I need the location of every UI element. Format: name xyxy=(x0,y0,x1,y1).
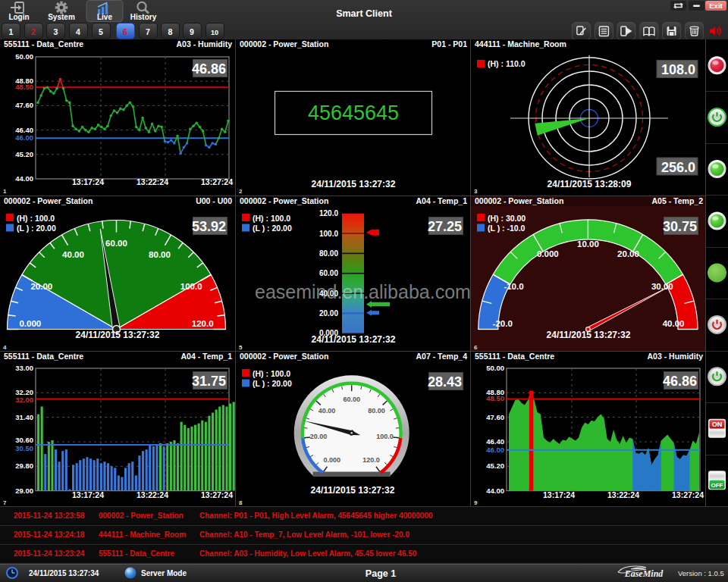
svg-text:28.43: 28.43 xyxy=(428,374,462,390)
svg-text:20.00: 20.00 xyxy=(617,249,639,258)
svg-text:45645645: 45645645 xyxy=(308,102,399,124)
svg-text:13:27:24: 13:27:24 xyxy=(672,490,704,499)
svg-text:100.0: 100.0 xyxy=(319,230,338,238)
svg-text:-10.0: -10.0 xyxy=(504,282,523,291)
svg-text:120.0: 120.0 xyxy=(362,456,380,464)
svg-text:Version : 1.0.5: Version : 1.0.5 xyxy=(678,569,724,577)
svg-text:27.25: 27.25 xyxy=(428,219,462,234)
svg-text:(L ) : 20.00: (L ) : 20.00 xyxy=(253,224,292,233)
svg-text:29.00: 29.00 xyxy=(15,487,33,495)
svg-text:24/11/2015 13:27:34: 24/11/2015 13:27:34 xyxy=(29,569,99,577)
svg-text:6: 6 xyxy=(474,344,478,351)
svg-text:(H) : 30.00: (H) : 30.00 xyxy=(488,214,526,223)
svg-text:13:17:24: 13:17:24 xyxy=(72,177,104,186)
svg-text:44.00: 44.00 xyxy=(15,174,33,183)
svg-text:46.86: 46.86 xyxy=(663,374,697,389)
svg-text:1: 1 xyxy=(3,188,7,195)
svg-text:(H) : 100.0: (H) : 100.0 xyxy=(253,369,290,378)
svg-text:20.00: 20.00 xyxy=(30,282,52,291)
svg-text:120.0: 120.0 xyxy=(319,209,338,217)
svg-text:31.40: 31.40 xyxy=(15,413,33,421)
svg-text:(H) : 100.0: (H) : 100.0 xyxy=(17,214,55,223)
svg-text:9: 9 xyxy=(474,499,478,506)
svg-text:31.75: 31.75 xyxy=(192,374,226,389)
svg-text:13:17:24: 13:17:24 xyxy=(543,490,575,499)
svg-text:OFF: OFF xyxy=(711,482,723,489)
svg-text:Exit: Exit xyxy=(709,2,723,10)
svg-text:13:22:24: 13:22:24 xyxy=(607,490,639,499)
svg-text:24/11/2015 13:27:32: 24/11/2015 13:27:32 xyxy=(311,485,395,496)
svg-text:53.92: 53.92 xyxy=(192,219,226,234)
svg-text:32.00: 32.00 xyxy=(15,396,33,404)
svg-text:20.00: 20.00 xyxy=(310,433,328,440)
svg-text:40.00: 40.00 xyxy=(663,319,685,328)
svg-text:47.60: 47.60 xyxy=(15,101,33,109)
svg-text:46.40: 46.40 xyxy=(486,437,504,446)
svg-text:24/11/2015 13:27:32: 24/11/2015 13:27:32 xyxy=(312,334,396,345)
svg-text:50.00: 50.00 xyxy=(15,52,33,61)
svg-text:(L ) : 20.00: (L ) : 20.00 xyxy=(253,379,292,388)
svg-text:(L ) : 20.00: (L ) : 20.00 xyxy=(17,224,56,233)
svg-text:48.50: 48.50 xyxy=(486,394,504,402)
svg-text:(H) : 110.0: (H) : 110.0 xyxy=(488,59,526,68)
svg-text:40.00: 40.00 xyxy=(318,407,336,415)
svg-text:8: 8 xyxy=(239,499,243,506)
svg-text:13:27:24: 13:27:24 xyxy=(201,490,233,499)
svg-text:0.000: 0.000 xyxy=(19,319,41,328)
svg-text:7: 7 xyxy=(3,499,7,506)
svg-text:Server Mode: Server Mode xyxy=(141,569,187,577)
svg-text:13:27:24: 13:27:24 xyxy=(201,177,233,186)
svg-text:2: 2 xyxy=(239,188,243,195)
svg-text:0.000: 0.000 xyxy=(537,249,559,258)
svg-text:80.00: 80.00 xyxy=(368,407,385,415)
svg-text:EaseMind: EaseMind xyxy=(624,568,664,579)
svg-text:80.00: 80.00 xyxy=(149,250,171,259)
svg-text:13:22:24: 13:22:24 xyxy=(136,177,168,186)
svg-text:60.00: 60.00 xyxy=(319,269,338,277)
svg-text:29.80: 29.80 xyxy=(15,462,33,470)
svg-text:20.00: 20.00 xyxy=(319,309,338,318)
svg-text:24/11/2015 13:28:09: 24/11/2015 13:28:09 xyxy=(548,179,632,189)
svg-text:(L ) : -10.0: (L ) : -10.0 xyxy=(488,224,526,233)
svg-text:45.20: 45.20 xyxy=(486,462,504,470)
svg-text:ON: ON xyxy=(712,421,723,428)
svg-text:30.75: 30.75 xyxy=(663,219,697,234)
svg-text:-20.0: -20.0 xyxy=(493,319,513,328)
svg-text:24/11/2015 13:27:32: 24/11/2015 13:27:32 xyxy=(76,330,160,340)
svg-text:120.0: 120.0 xyxy=(192,319,214,328)
svg-text:60.00: 60.00 xyxy=(105,239,127,248)
svg-text:40.00: 40.00 xyxy=(62,250,84,259)
svg-text:100.0: 100.0 xyxy=(376,433,394,440)
svg-text:3: 3 xyxy=(474,188,478,195)
svg-text:47.60: 47.60 xyxy=(486,413,504,421)
svg-text:108.0: 108.0 xyxy=(661,62,695,77)
svg-text:44.00: 44.00 xyxy=(486,487,504,495)
svg-text:48.50: 48.50 xyxy=(15,83,33,91)
svg-text:46.40: 46.40 xyxy=(15,126,33,134)
svg-text:46.00: 46.00 xyxy=(15,133,33,142)
svg-text:24/11/2015 13:27:32: 24/11/2015 13:27:32 xyxy=(312,179,396,189)
svg-text:33.00: 33.00 xyxy=(15,364,33,372)
svg-text:Page 1: Page 1 xyxy=(366,568,396,579)
svg-text:13:17:24: 13:17:24 xyxy=(72,490,104,499)
svg-text:4: 4 xyxy=(3,344,7,351)
svg-text:30.60: 30.60 xyxy=(15,436,33,444)
svg-text:5: 5 xyxy=(239,344,243,351)
svg-text:45.20: 45.20 xyxy=(15,150,33,158)
svg-text:80.00: 80.00 xyxy=(319,249,338,258)
svg-text:46.00: 46.00 xyxy=(486,446,504,454)
svg-text:10.00: 10.00 xyxy=(577,239,599,249)
svg-text:24/11/2015 13:27:32: 24/11/2015 13:27:32 xyxy=(547,330,631,340)
svg-text:30.50: 30.50 xyxy=(15,444,33,452)
svg-text:50.00: 50.00 xyxy=(486,364,504,372)
svg-text:0.000: 0.000 xyxy=(324,456,341,464)
svg-text:(H) : 100.0: (H) : 100.0 xyxy=(253,214,290,223)
svg-text:60.00: 60.00 xyxy=(343,396,360,403)
svg-text:256.0: 256.0 xyxy=(661,160,695,175)
svg-text:13:22:24: 13:22:24 xyxy=(136,490,168,499)
svg-text:100.0: 100.0 xyxy=(180,282,202,291)
svg-text:46.86: 46.86 xyxy=(192,61,226,77)
